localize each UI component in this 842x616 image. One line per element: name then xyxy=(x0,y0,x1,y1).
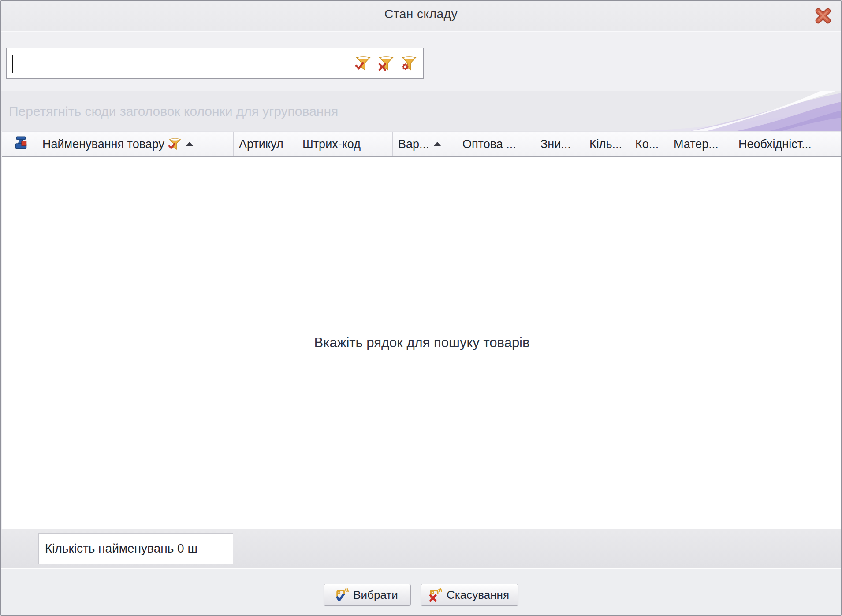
column-header-barcode[interactable]: Штрих-код xyxy=(297,132,393,156)
select-icon xyxy=(334,587,349,602)
column-header-necessity[interactable]: Необхідніст... xyxy=(733,132,842,156)
grouping-panel[interactable]: Перетягніть сюди заголовок колонки для у… xyxy=(1,91,841,131)
empty-table-message: Вкажіть рядок для пошуку товарів xyxy=(314,335,530,351)
stamp-icon xyxy=(13,136,29,152)
funnel-gear-icon xyxy=(401,56,417,71)
filter-band xyxy=(1,32,841,91)
sort-asc-icon xyxy=(186,142,194,146)
title-bar: Стан складу xyxy=(1,1,841,31)
table-header: Найменування товару Артикул Штрих-код Ва… xyxy=(2,131,842,157)
column-filter-icon[interactable] xyxy=(168,137,182,151)
dialog-window: Стан складу xyxy=(0,0,842,616)
column-header-quantity[interactable]: Кіль... xyxy=(584,132,630,156)
column-header-product-name[interactable]: Найменування товару xyxy=(37,132,234,156)
column-header-stamp[interactable] xyxy=(5,132,37,156)
close-button[interactable] xyxy=(815,7,831,24)
text-cursor xyxy=(12,55,13,73)
filter-clear-button[interactable] xyxy=(378,56,394,71)
column-header-article[interactable]: Артикул xyxy=(234,132,297,156)
table-body[interactable]: Вкажіть рядок для пошуку товарів xyxy=(2,157,842,529)
column-header-wholesale[interactable]: Оптова ... xyxy=(457,132,535,156)
column-header-material[interactable]: Матер... xyxy=(668,132,733,156)
close-icon xyxy=(815,7,831,24)
status-bar: Кількість найменувань 0 ш xyxy=(1,529,841,568)
filter-input-box xyxy=(6,48,424,79)
cancel-icon xyxy=(427,587,442,602)
dialog-title: Стан складу xyxy=(1,7,841,21)
items-count-box: Кількість найменувань 0 ш xyxy=(38,533,233,564)
grouping-hint: Перетягніть сюди заголовок колонки для у… xyxy=(9,104,338,119)
filter-icon-group xyxy=(355,56,423,71)
funnel-check-icon xyxy=(355,56,371,71)
sort-asc-icon xyxy=(433,142,441,146)
column-header-ko[interactable]: Ко... xyxy=(630,132,668,156)
filter-input[interactable] xyxy=(7,48,355,78)
column-header-variant[interactable]: Вар... xyxy=(393,132,457,156)
footer: Вибрати Скасування xyxy=(1,568,841,616)
wave-decoration xyxy=(621,91,841,131)
filter-apply-button[interactable] xyxy=(355,56,371,71)
cancel-button[interactable]: Скасування xyxy=(421,584,518,606)
funnel-x-icon xyxy=(378,56,394,71)
select-button[interactable]: Вибрати xyxy=(324,584,411,606)
column-header-discount[interactable]: Зни... xyxy=(535,132,584,156)
filter-settings-button[interactable] xyxy=(401,56,417,71)
